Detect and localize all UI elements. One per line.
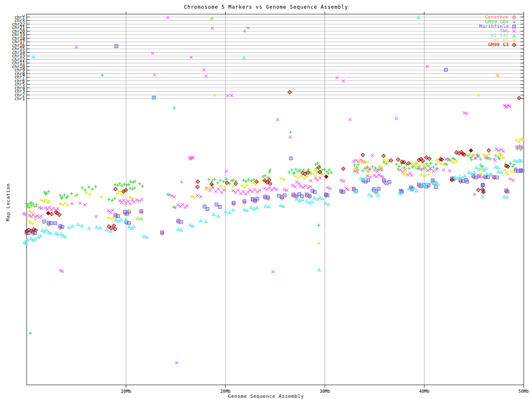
scatter-point [264, 180, 265, 181]
scatter-point [356, 192, 357, 193]
chart-canvas: Chromosome 5 Markers vs Genome Sequence … [0, 0, 532, 399]
scatter-point [44, 199, 47, 201]
scatter-point [510, 170, 513, 173]
scatter-point [230, 94, 233, 97]
scatter-point [255, 200, 256, 201]
scatter-point [79, 202, 82, 205]
scatter-point [100, 228, 101, 229]
scatter-point [116, 46, 117, 47]
scatter-point [512, 20, 516, 24]
scatter-point [384, 161, 388, 163]
scatter-point [30, 204, 33, 207]
scatter-point [111, 209, 114, 212]
scatter-point [276, 118, 279, 121]
scatter-point [203, 69, 206, 71]
scatter-point [33, 219, 37, 221]
scatter-point [31, 239, 32, 239]
scatter-point [433, 183, 434, 184]
scatter-point [268, 197, 268, 198]
scatter-point [323, 167, 326, 171]
scatter-point [39, 215, 42, 218]
scatter-point [514, 160, 515, 161]
scatter-point [422, 160, 423, 161]
scatter-point [113, 225, 114, 226]
x-tick-label: 40Mb [419, 389, 429, 394]
scatter-point [306, 201, 307, 202]
scatter-point [256, 181, 257, 182]
scatter-point [265, 206, 266, 207]
scatter-point [95, 215, 98, 218]
scatter-point [246, 210, 247, 211]
scatter-point [399, 193, 400, 194]
scatter-point [519, 98, 520, 99]
scatter-point [376, 170, 379, 173]
scatter-point [116, 184, 119, 187]
scatter-point [378, 188, 379, 189]
scatter-point [289, 131, 292, 134]
scatter-point [312, 190, 313, 191]
scatter-point [343, 192, 344, 192]
scatter-point [81, 226, 82, 227]
scatter-point [459, 177, 460, 177]
scatter-point [121, 219, 121, 220]
scatter-point [214, 190, 217, 193]
scatter-point [269, 180, 270, 180]
scatter-point [505, 106, 507, 109]
scatter-point [33, 229, 34, 230]
scatter-point [272, 271, 275, 273]
scatter-point [118, 182, 121, 185]
scatter-point [126, 222, 127, 223]
series-gm99-g3 [25, 91, 521, 233]
scatter-point [478, 190, 479, 190]
scatter-point [322, 199, 323, 200]
scatter-point [369, 195, 369, 195]
scatter-point [265, 196, 266, 197]
scatter-point [106, 230, 107, 231]
scatter-point [418, 17, 419, 18]
scatter-point [517, 140, 520, 143]
scatter-point [368, 170, 371, 172]
plus-icon [509, 20, 520, 24]
scatter-point [123, 199, 126, 202]
scatter-point [482, 197, 483, 197]
legend-item-gm99-g3: GM99 G3 [457, 42, 520, 47]
scatter-point [101, 74, 104, 77]
scatter-point [48, 222, 49, 223]
scatter-point [28, 233, 29, 234]
scatter-point [456, 152, 457, 153]
scatter-point [216, 181, 219, 185]
scatter-point [251, 207, 251, 208]
scatter-point [425, 162, 428, 165]
scatter-point [302, 172, 303, 173]
scatter-point [301, 196, 302, 197]
scatter-point [514, 26, 515, 27]
scatter-point [120, 184, 123, 187]
scatter-point [328, 204, 329, 205]
scatter-point [268, 170, 271, 174]
scatter-point [35, 203, 38, 207]
scatter-point [129, 202, 132, 205]
scatter-point [146, 237, 147, 238]
scatter-point [294, 167, 298, 171]
scatter-point [439, 163, 443, 165]
scatter-point [452, 161, 456, 164]
scatter-point [220, 191, 223, 194]
scatter-point [515, 169, 516, 170]
cross-icon [509, 29, 520, 33]
scatter-point [47, 200, 51, 202]
scatter-point [51, 223, 52, 224]
scatter-point [369, 176, 372, 179]
scatter-point [491, 174, 492, 175]
scatter-point [282, 178, 286, 181]
scatter-point [327, 195, 328, 196]
scatter-point [166, 193, 170, 196]
scatter-point [213, 177, 216, 181]
scatter-point [494, 159, 497, 162]
scatter-point [519, 160, 520, 161]
scatter-point [197, 181, 198, 182]
scatter-point [129, 180, 132, 183]
scatter-point [463, 181, 463, 182]
scatter-point [175, 362, 178, 365]
scatter-point [219, 179, 222, 182]
series-genethon [25, 169, 522, 235]
